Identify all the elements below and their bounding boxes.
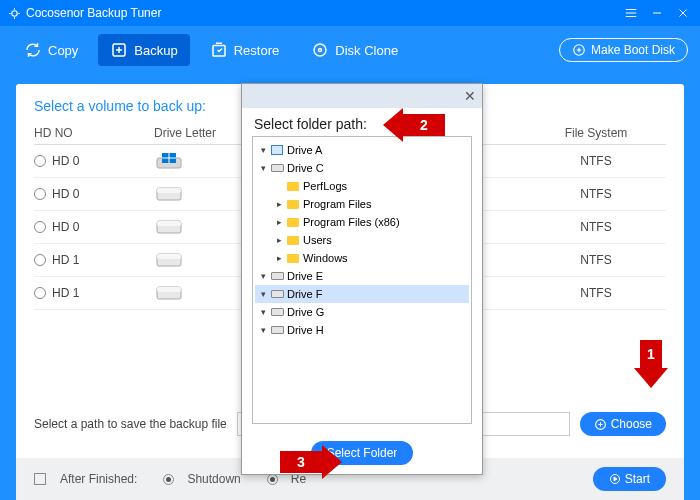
folder-icon — [287, 254, 299, 263]
tree-node[interactable]: ▾Drive C — [255, 159, 469, 177]
col-hdno: HD NO — [34, 126, 154, 140]
folder-icon — [287, 182, 299, 191]
row-hdno: HD 0 — [52, 220, 79, 234]
folder-icon — [287, 218, 299, 227]
play-icon — [609, 473, 621, 485]
annotation-1: 1 — [634, 340, 668, 388]
row-fs: NTFS — [526, 253, 666, 267]
svg-rect-11 — [157, 188, 181, 193]
tree-arrow-icon: ▾ — [259, 145, 268, 155]
row-radio[interactable] — [34, 254, 46, 266]
row-hdno: HD 0 — [52, 154, 79, 168]
make-boot-disk-button[interactable]: Make Boot Disk — [559, 38, 688, 62]
tree-arrow-icon: ▸ — [275, 217, 284, 227]
tree-label: Drive G — [287, 306, 324, 318]
tree-label: Program Files (x86) — [303, 216, 400, 228]
folder-icon — [287, 236, 299, 245]
drive-icon — [154, 284, 184, 302]
annotation-3: 3 — [280, 445, 342, 479]
row-hdno: HD 0 — [52, 187, 79, 201]
tree-node[interactable]: ▸Users — [255, 231, 469, 249]
row-radio[interactable] — [34, 221, 46, 233]
tree-label: PerfLogs — [303, 180, 347, 192]
svg-point-0 — [12, 10, 17, 15]
app-title: Cocosenor Backup Tuner — [26, 6, 161, 20]
row-fs: NTFS — [526, 220, 666, 234]
tab-backup[interactable]: Backup — [98, 34, 189, 66]
start-button[interactable]: Start — [593, 467, 666, 491]
tree-arrow-icon: ▾ — [259, 271, 268, 281]
drive-icon — [271, 326, 284, 334]
minimize-button[interactable] — [648, 4, 666, 22]
drive-icon — [154, 218, 184, 236]
svg-rect-17 — [157, 287, 181, 292]
row-fs: NTFS — [526, 286, 666, 300]
after-finished-label: After Finished: — [60, 472, 137, 486]
tree-node[interactable]: ▸Program Files — [255, 195, 469, 213]
row-radio[interactable] — [34, 287, 46, 299]
radio-restart[interactable] — [267, 474, 278, 485]
pc-icon — [271, 145, 283, 155]
main-toolbar: Copy Backup Restore Disk Clone Make Boot… — [0, 26, 700, 74]
svg-rect-15 — [157, 254, 181, 259]
drive-icon — [271, 308, 284, 316]
tree-arrow-icon: ▾ — [259, 325, 268, 335]
restore-icon — [210, 41, 228, 59]
dialog-heading: Select folder path: — [242, 108, 482, 136]
after-finished-checkbox[interactable] — [34, 473, 46, 485]
dialog-titlebar[interactable]: ✕ — [242, 84, 482, 108]
drive-icon — [271, 164, 284, 172]
app-logo-icon — [8, 7, 21, 20]
tab-copy[interactable]: Copy — [12, 34, 90, 66]
row-fs: NTFS — [526, 154, 666, 168]
dialog-close-icon[interactable]: ✕ — [464, 88, 476, 104]
row-radio[interactable] — [34, 188, 46, 200]
tree-node[interactable]: ▾Drive H — [255, 321, 469, 339]
plus-circle-icon — [572, 43, 586, 57]
col-filesystem: File System — [526, 126, 666, 140]
folder-tree[interactable]: ▾Drive A▾Drive CPerfLogs▸Program Files▸P… — [252, 136, 472, 424]
plus-circle-icon — [594, 418, 607, 431]
tree-arrow-icon: ▸ — [275, 235, 284, 245]
tree-label: Drive H — [287, 324, 324, 336]
row-radio[interactable] — [34, 155, 46, 167]
folder-dialog: ✕ Select folder path: ▾Drive A▾Drive CPe… — [241, 83, 483, 475]
tree-node[interactable]: ▾Drive G — [255, 303, 469, 321]
close-button[interactable] — [674, 4, 692, 22]
folder-icon — [287, 200, 299, 209]
row-hdno: HD 1 — [52, 253, 79, 267]
menu-icon[interactable] — [622, 4, 640, 22]
tab-diskclone[interactable]: Disk Clone — [299, 34, 410, 66]
title-bar: Cocosenor Backup Tuner — [0, 0, 700, 26]
tree-node[interactable]: ▾Drive F — [255, 285, 469, 303]
choose-button[interactable]: Choose — [580, 412, 666, 436]
svg-point-3 — [314, 44, 326, 56]
diskclone-icon — [311, 41, 329, 59]
tree-arrow-icon: ▸ — [275, 253, 284, 263]
svg-point-4 — [319, 49, 322, 52]
drive-icon — [271, 290, 284, 298]
drive-icon — [154, 185, 184, 203]
tree-node[interactable]: ▸Program Files (x86) — [255, 213, 469, 231]
backup-icon — [110, 41, 128, 59]
radio-shutdown-label: Shutdown — [187, 472, 240, 486]
tree-arrow-icon: ▾ — [259, 307, 268, 317]
drive-icon — [271, 272, 284, 280]
tree-node[interactable]: ▾Drive E — [255, 267, 469, 285]
row-hdno: HD 1 — [52, 286, 79, 300]
tree-label: Drive C — [287, 162, 324, 174]
tree-node[interactable]: PerfLogs — [255, 177, 469, 195]
tree-label: Users — [303, 234, 332, 246]
drive-icon — [154, 152, 184, 170]
tree-label: Drive E — [287, 270, 323, 282]
copy-icon — [24, 41, 42, 59]
tree-node[interactable]: ▾Drive A — [255, 141, 469, 159]
tree-arrow-icon: ▸ — [275, 199, 284, 209]
row-fs: NTFS — [526, 187, 666, 201]
tree-label: Drive F — [287, 288, 322, 300]
drive-icon — [154, 251, 184, 269]
svg-rect-13 — [157, 221, 181, 226]
tree-node[interactable]: ▸Windows — [255, 249, 469, 267]
radio-shutdown[interactable] — [163, 474, 174, 485]
tab-restore[interactable]: Restore — [198, 34, 292, 66]
